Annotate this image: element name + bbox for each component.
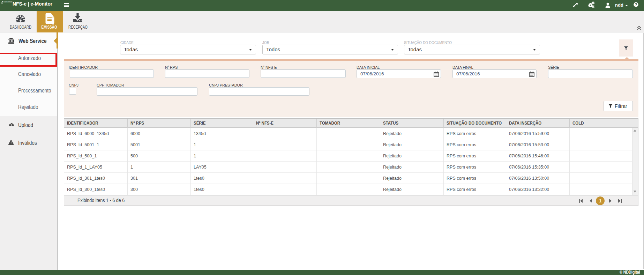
svg-text:?: ? [635,2,637,7]
svg-text:ndd: ndd [615,2,623,8]
